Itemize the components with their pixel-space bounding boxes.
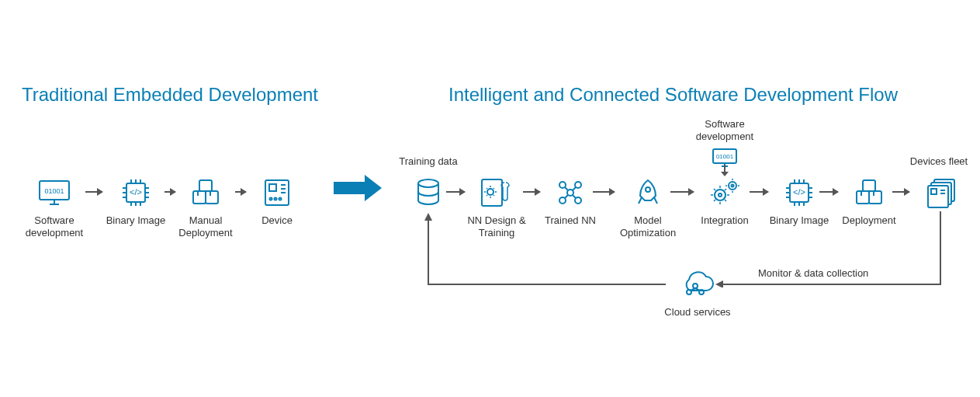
- node-devices-fleet: [909, 176, 971, 214]
- rocket-icon: [613, 176, 683, 210]
- node-training-data: [397, 176, 459, 214]
- label: Cloud services: [663, 306, 732, 319]
- svg-rect-36: [482, 179, 502, 206]
- arrow-icon: [235, 191, 246, 193]
- label: Device: [246, 214, 308, 227]
- svg-point-28: [270, 198, 272, 200]
- chip-code-icon: </>: [768, 176, 830, 210]
- svg-point-35: [418, 179, 438, 187]
- gears-icon: [694, 176, 756, 210]
- monitor-code-icon: 01001: [23, 176, 85, 210]
- boxes-icon: [838, 176, 900, 210]
- svg-rect-67: [869, 191, 881, 204]
- label: Software development: [686, 118, 764, 144]
- label: Binary Image: [105, 214, 167, 227]
- svg-rect-66: [857, 191, 869, 204]
- svg-rect-19: [206, 191, 218, 204]
- svg-point-29: [275, 198, 277, 200]
- feedback-monitor-label: Monitor & data collection: [758, 267, 868, 280]
- svg-point-38: [559, 182, 566, 188]
- node-binary-image: </> Binary Image: [105, 176, 167, 227]
- above-label-training-data: Training data: [390, 155, 467, 168]
- svg-point-48: [715, 190, 725, 200]
- svg-line-45: [565, 195, 568, 198]
- svg-point-42: [567, 190, 573, 196]
- arrow-icon: [593, 191, 615, 193]
- svg-marker-85: [424, 213, 432, 221]
- label: Manual Deployment: [175, 214, 237, 240]
- svg-line-43: [565, 187, 568, 190]
- svg-point-40: [559, 197, 566, 204]
- arrow-icon: [819, 191, 838, 193]
- device-stack-icon: [909, 176, 971, 210]
- svg-point-30: [279, 198, 282, 200]
- node-sw-dev: 01001 Software development: [23, 176, 85, 240]
- svg-point-37: [487, 189, 493, 195]
- svg-point-50: [729, 182, 736, 190]
- svg-line-46: [573, 195, 576, 198]
- title-intelligent: Intelligent and Connected Software Devel…: [448, 84, 898, 106]
- node-manual-deploy: Manual Deployment: [175, 176, 237, 240]
- svg-rect-20: [199, 180, 212, 191]
- above-label-devices-fleet: Devices fleet: [904, 155, 974, 168]
- label: Software development: [23, 214, 85, 240]
- svg-point-51: [732, 185, 734, 187]
- arrow-icon: [85, 191, 102, 193]
- pcb-icon: [246, 176, 308, 210]
- arrow-icon: [750, 191, 768, 193]
- boxes-icon: [175, 176, 237, 210]
- svg-line-44: [573, 187, 576, 190]
- svg-text:01001: 01001: [716, 153, 734, 160]
- arrow-down-icon: [720, 165, 729, 177]
- svg-point-39: [575, 182, 581, 188]
- chip-code-icon: </>: [105, 176, 167, 210]
- svg-marker-78: [721, 172, 729, 176]
- svg-text:01001: 01001: [44, 187, 64, 195]
- arrow-icon: [523, 191, 540, 193]
- svg-point-41: [575, 197, 581, 204]
- svg-rect-68: [863, 180, 875, 191]
- svg-text:</>: </>: [793, 187, 805, 197]
- big-arrow-icon: [334, 182, 365, 194]
- svg-text:</>: </>: [130, 187, 142, 197]
- svg-rect-18: [193, 191, 206, 204]
- svg-point-49: [719, 193, 722, 197]
- feedback-arrow-cloud-training: [424, 211, 672, 289]
- network-icon: [539, 176, 601, 210]
- svg-rect-24: [269, 184, 276, 191]
- svg-marker-84: [715, 280, 723, 287]
- arrow-icon: [446, 191, 465, 193]
- arrow-icon: [164, 191, 175, 193]
- arrow-icon: [892, 191, 909, 193]
- arrow-icon: [670, 191, 694, 193]
- above-sw-dev: Software development 01001: [686, 118, 764, 172]
- svg-point-79: [693, 284, 698, 288]
- database-icon: [397, 176, 459, 210]
- node-device: Device: [246, 176, 308, 227]
- title-traditional: Traditional Embedded Development: [22, 84, 318, 106]
- svg-point-47: [646, 187, 650, 192]
- doc-gear-wrench-icon: [466, 176, 528, 210]
